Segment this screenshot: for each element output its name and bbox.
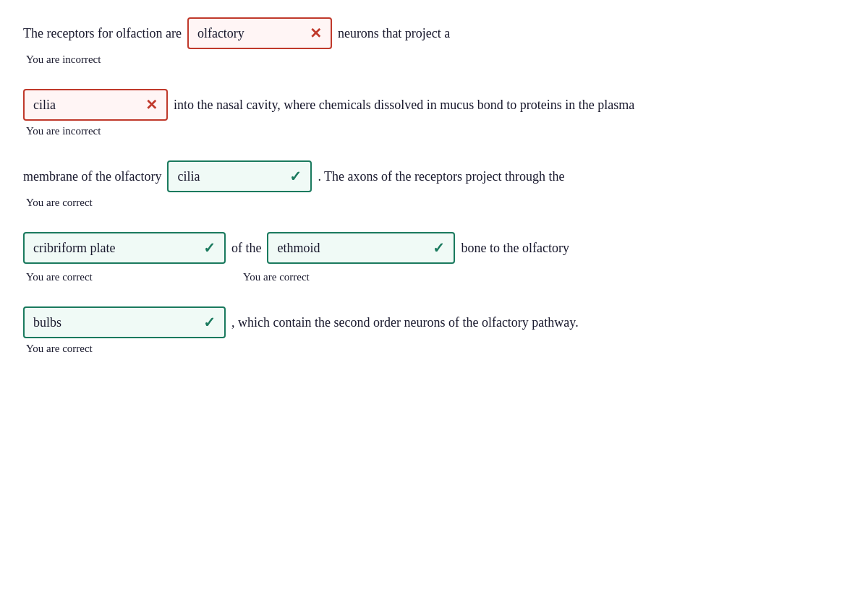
text-after-2: into the nasal cavity, where chemicals d…	[174, 98, 634, 113]
feedback-3: You are correct	[26, 197, 845, 209]
answer-text-1: olfactory	[197, 26, 304, 41]
sentence-row-4: cribriform plate ✓ of the ethmoid ✓ bone…	[23, 232, 845, 264]
text-after-3: . The axons of the receptors project thr…	[318, 169, 564, 184]
block-5: bulbs ✓ , which contain the second order…	[23, 306, 845, 355]
feedback-group-4a: You are correct	[23, 268, 229, 283]
answer-box-5: bulbs ✓	[23, 306, 226, 338]
text-before-1: The receptors for olfaction are	[23, 26, 182, 41]
answer-box-4a: cribriform plate ✓	[23, 232, 226, 264]
feedback-4a: You are correct	[26, 271, 229, 283]
feedback-group-4b: You are correct	[240, 268, 310, 283]
text-after-4: bone to the olfactory	[461, 241, 569, 256]
answer-text-5: bulbs	[33, 315, 197, 330]
feedback-1: You are incorrect	[26, 53, 845, 66]
block-1: The receptors for olfaction are olfactor…	[23, 17, 845, 66]
sentence-row-5: bulbs ✓ , which contain the second order…	[23, 306, 845, 338]
correct-icon-5: ✓	[203, 314, 216, 331]
answer-text-3: cilia	[177, 169, 284, 184]
block-2: cilia ✕ into the nasal cavity, where che…	[23, 89, 845, 137]
answer-box-4b: ethmoid ✓	[267, 232, 455, 264]
feedback-5: You are correct	[26, 343, 845, 355]
feedback-4b: You are correct	[243, 271, 310, 283]
block-4: cribriform plate ✓ of the ethmoid ✓ bone…	[23, 232, 845, 283]
incorrect-icon-1: ✕	[310, 25, 322, 42]
block-3: membrane of the olfactory cilia ✓ . The …	[23, 160, 845, 209]
text-before-3: membrane of the olfactory	[23, 169, 161, 184]
correct-icon-4a: ✓	[203, 239, 216, 257]
answer-text-4a: cribriform plate	[33, 241, 197, 256]
correct-icon-4b: ✓	[433, 239, 445, 257]
sentence-row-3: membrane of the olfactory cilia ✓ . The …	[23, 160, 845, 192]
feedback-row-4: You are correct You are correct	[23, 268, 845, 283]
answer-box-3: cilia ✓	[167, 160, 312, 192]
text-mid-4: of the	[231, 241, 261, 256]
text-after-5: , which contain the second order neurons…	[231, 315, 579, 330]
answer-box-2: cilia ✕	[23, 89, 168, 121]
incorrect-icon-2: ✕	[145, 96, 158, 113]
sentence-row-1: The receptors for olfaction are olfactor…	[23, 17, 845, 49]
correct-icon-3: ✓	[289, 168, 302, 185]
feedback-2: You are incorrect	[26, 125, 845, 137]
answer-box-1: olfactory ✕	[187, 17, 332, 49]
answer-text-4b: ethmoid	[277, 241, 427, 256]
sentence-row-2: cilia ✕ into the nasal cavity, where che…	[23, 89, 845, 121]
text-after-1: neurons that project a	[338, 26, 450, 41]
answer-text-2: cilia	[33, 98, 140, 113]
